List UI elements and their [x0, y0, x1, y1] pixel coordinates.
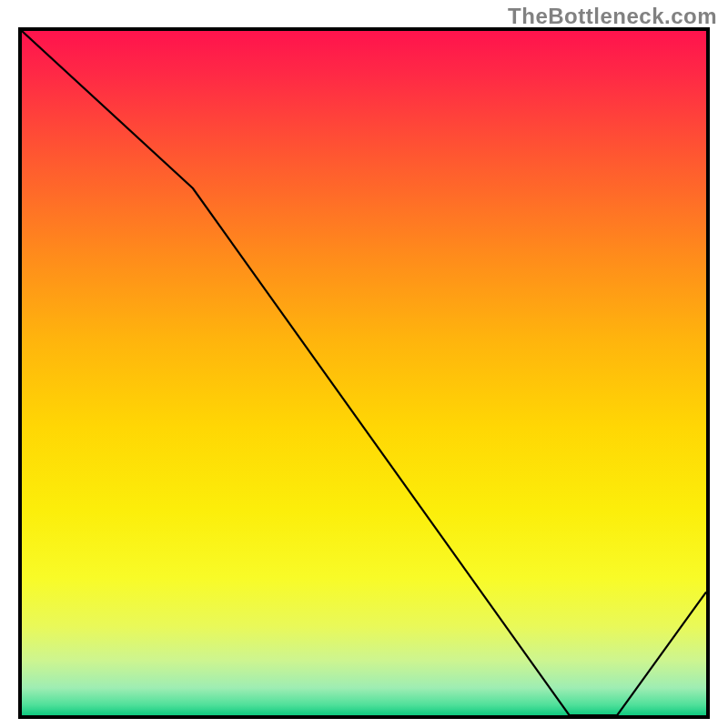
line-chart-svg: [22, 31, 706, 715]
bottleneck-line: [22, 31, 706, 715]
watermark-text: TheBottleneck.com: [508, 4, 717, 29]
chart-area: [18, 27, 710, 719]
